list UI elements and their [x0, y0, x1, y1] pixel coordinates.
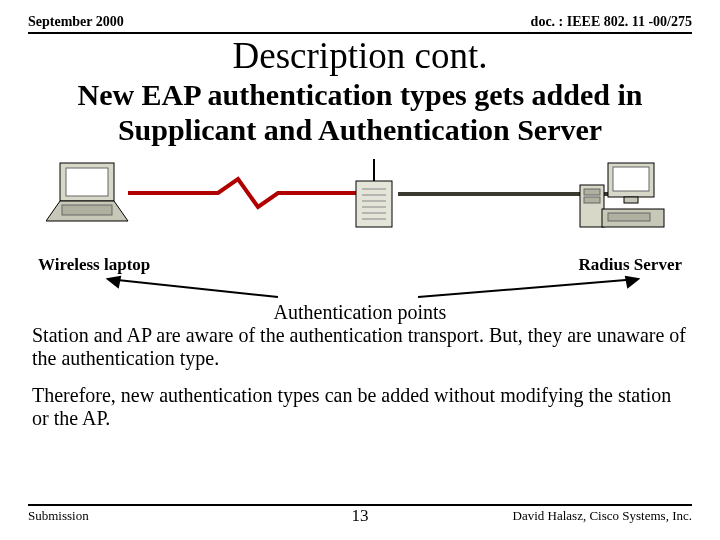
- svg-rect-20: [608, 213, 650, 221]
- svg-marker-24: [626, 277, 638, 287]
- paragraph-2: Therefore, new authentication types can …: [28, 384, 692, 430]
- svg-line-23: [418, 279, 638, 297]
- svg-rect-18: [584, 197, 600, 203]
- svg-rect-2: [66, 168, 108, 196]
- auth-points-label: Authentication points: [28, 301, 692, 324]
- svg-rect-17: [584, 189, 600, 195]
- svg-marker-22: [108, 277, 120, 287]
- wireless-link-line: [128, 175, 358, 215]
- network-diagram: [28, 151, 692, 261]
- svg-rect-15: [624, 197, 638, 203]
- header-date: September 2000: [28, 14, 124, 30]
- laptop-icon: [46, 159, 136, 229]
- header-docnum: doc. : IEEE 802. 11 -00/275: [531, 14, 692, 30]
- paragraph-1: Station and AP are aware of the authenti…: [28, 324, 692, 370]
- authentication-arrows: [28, 275, 692, 303]
- svg-rect-14: [613, 167, 649, 191]
- footer-page-number: 13: [28, 506, 692, 526]
- svg-line-21: [108, 279, 278, 297]
- page-subtitle: New EAP authentication types gets added …: [28, 78, 692, 147]
- server-icon: [574, 159, 674, 235]
- access-point-icon: [344, 159, 404, 235]
- page-title: Description cont.: [28, 34, 692, 77]
- svg-rect-6: [356, 181, 392, 227]
- svg-rect-4: [62, 205, 112, 215]
